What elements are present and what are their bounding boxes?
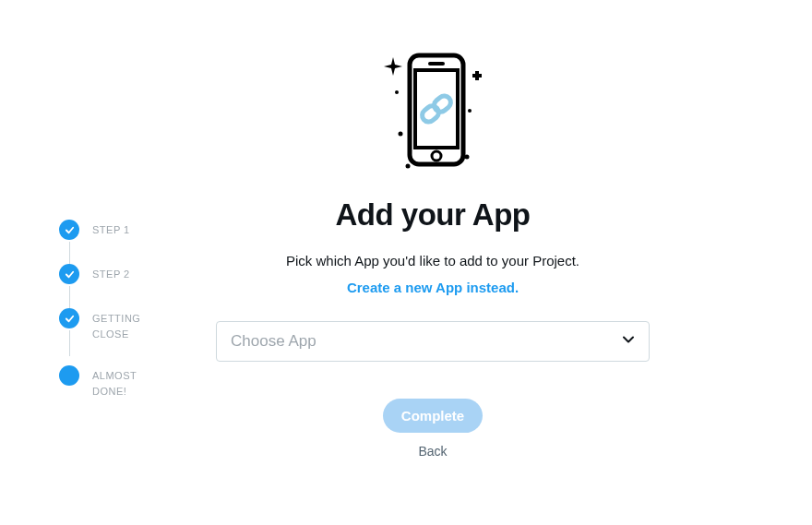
step-1-circle — [59, 220, 79, 240]
main-content: Add your App Pick which App you'd like t… — [216, 46, 650, 459]
svg-point-1 — [399, 132, 403, 137]
app-select-placeholder: Choose App — [231, 332, 316, 351]
check-icon — [65, 225, 75, 235]
svg-rect-7 — [428, 62, 445, 66]
step-4: ALMOST DONE! — [59, 365, 170, 399]
step-1-label: STEP 1 — [92, 220, 130, 238]
app-select-container: Choose App — [216, 321, 650, 362]
step-3-label: GETTING CLOSE — [92, 308, 157, 341]
step-1: STEP 1 — [59, 220, 170, 240]
complete-button[interactable]: Complete — [383, 399, 483, 433]
create-new-app-link[interactable]: Create a new App instead. — [347, 280, 519, 295]
svg-point-3 — [468, 109, 472, 113]
svg-point-2 — [406, 164, 411, 169]
progress-stepper: STEP 1 STEP 2 GETTING CLOSE ALMOST DONE! — [59, 220, 170, 423]
step-3: GETTING CLOSE — [59, 308, 170, 341]
step-4-label: ALMOST DONE! — [92, 365, 157, 399]
svg-point-0 — [395, 90, 399, 94]
page-subtitle: Pick which App you'd like to add to your… — [216, 253, 650, 268]
step-2: STEP 2 — [59, 264, 170, 284]
phone-link-illustration — [373, 46, 493, 179]
back-button[interactable]: Back — [418, 444, 447, 459]
step-2-label: STEP 2 — [92, 264, 130, 282]
step-4-circle — [59, 365, 79, 386]
check-icon — [65, 269, 75, 280]
check-icon — [65, 314, 75, 324]
svg-rect-10 — [432, 93, 454, 114]
page-heading: Add your App — [216, 197, 650, 233]
app-select[interactable]: Choose App — [216, 321, 650, 362]
svg-rect-9 — [420, 103, 442, 125]
step-2-circle — [59, 264, 79, 284]
svg-point-8 — [432, 151, 441, 161]
step-3-circle — [59, 308, 79, 328]
